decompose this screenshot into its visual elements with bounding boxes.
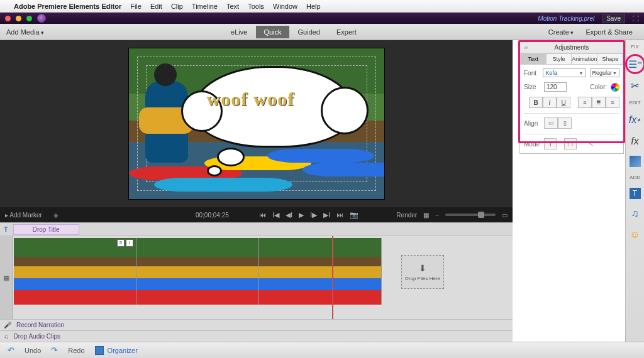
type-tool-icon[interactable]: T <box>544 138 557 149</box>
tab-animation[interactable]: Animation <box>572 53 597 65</box>
adjust-icon[interactable]: ☰⁼ <box>628 57 642 71</box>
app-name[interactable]: Adobe Premiere Elements Editor <box>14 3 121 10</box>
step-back-icon[interactable]: Ⅰ◀ <box>272 211 279 219</box>
timeline[interactable]: ▦ ≡i ⬇ Drop Files Here <box>0 236 513 319</box>
mode-quick[interactable]: Quick <box>256 26 289 38</box>
frame-back-icon[interactable]: ◀Ⅰ <box>286 211 292 219</box>
kayak-graphic <box>154 178 292 192</box>
drop-files-label: Drop Files Here <box>405 276 440 281</box>
font-value: Kefa <box>545 70 557 76</box>
drop-title-zone[interactable]: Drop Title <box>13 224 79 235</box>
clip-menu-icon[interactable]: ≡ <box>117 239 125 247</box>
fullscreen-icon[interactable]: ⛶ <box>633 15 639 22</box>
add-marker-button[interactable]: ▸ Add Marker <box>5 212 42 219</box>
selection-tool-icon[interactable]: ↖ <box>584 138 597 149</box>
font-select[interactable]: Kefa▼ <box>543 68 586 77</box>
snapshot-icon[interactable]: 📷 <box>350 211 358 219</box>
window-close-icon[interactable] <box>5 16 11 21</box>
tools-icon[interactable]: ✂ <box>628 79 642 92</box>
timecode[interactable]: 00;00;04;25 <box>196 212 229 219</box>
frame-fwd-icon[interactable]: Ⅰ▶ <box>310 211 317 219</box>
clip-info-icon[interactable]: i <box>126 239 133 247</box>
chevron-down-icon: ▼ <box>613 71 617 75</box>
title-track-icon: T <box>4 225 8 233</box>
create-button[interactable]: Create <box>543 26 579 38</box>
narration-track[interactable]: 🎤 Record Narration <box>0 319 513 330</box>
thought-bubble-tail <box>217 148 245 166</box>
tab-text[interactable]: Text <box>520 53 547 65</box>
collapse-icon[interactable]: ›› <box>524 44 528 51</box>
vertical-type-icon[interactable]: ↕T <box>564 138 577 149</box>
playhead[interactable] <box>332 236 333 319</box>
organizer-button[interactable]: Organizer <box>95 346 138 355</box>
transitions-icon[interactable]: fx <box>628 134 642 148</box>
color-swatch[interactable] <box>611 83 619 92</box>
titles-icon[interactable]: T <box>630 188 641 199</box>
download-icon: ⬇ <box>419 263 426 273</box>
align-vertical-icon[interactable]: ▯ <box>558 117 572 129</box>
menu-text[interactable]: Text <box>226 3 239 10</box>
marker-icon[interactable]: ◆ <box>53 212 58 219</box>
align-right-icon[interactable]: ≡ <box>606 97 619 108</box>
mode-expert[interactable]: Expert <box>329 26 364 38</box>
menu-file[interactable]: File <box>130 3 142 10</box>
quality-icon[interactable]: ▦ <box>423 212 429 219</box>
menu-tools[interactable]: Tools <box>248 3 264 10</box>
tab-shape[interactable]: Shape <box>597 53 623 65</box>
window-max-icon[interactable] <box>26 16 32 21</box>
bold-button[interactable]: B <box>529 97 543 108</box>
fit-icon[interactable]: ▭ <box>502 212 508 219</box>
video-preview[interactable]: woof woof <box>128 48 385 200</box>
rail-edit-label: EDIT <box>629 100 640 106</box>
align-horizontal-icon[interactable]: ▭ <box>544 117 558 129</box>
undo-icon[interactable]: ↶ <box>8 345 14 355</box>
menu-timeline[interactable]: Timeline <box>192 3 218 10</box>
export-share-button[interactable]: Export & Share <box>580 26 638 38</box>
render-button[interactable]: Render <box>396 212 417 219</box>
play-icon[interactable]: ▶ <box>299 211 304 219</box>
font-style-select[interactable]: Regular▼ <box>590 68 619 77</box>
drop-files-zone[interactable]: ⬇ Drop Files Here <box>401 255 444 289</box>
size-input[interactable]: 120 <box>544 82 567 92</box>
chevron-down-icon: ▼ <box>579 71 584 75</box>
audio-icon[interactable]: ♫ <box>628 207 642 220</box>
title-text[interactable]: woof woof <box>207 89 295 110</box>
playback-bar: ▸ Add Marker ◆ 00;00;04;25 ⏮ Ⅰ◀ ◀Ⅰ ▶ Ⅰ▶ … <box>0 207 513 222</box>
redo-button[interactable]: Redo <box>68 347 84 354</box>
timeline-clip[interactable]: ≡i <box>14 238 136 305</box>
underline-button[interactable]: U <box>557 97 570 108</box>
align-center-icon[interactable]: ≣ <box>592 97 606 108</box>
font-style-value: Regular <box>592 70 613 76</box>
goto-start-icon[interactable]: ⏮ <box>259 211 266 219</box>
mic-icon: 🎤 <box>4 322 11 328</box>
goto-end-icon[interactable]: ⏭ <box>336 211 343 219</box>
mode-guided[interactable]: Guided <box>291 26 328 38</box>
undo-button[interactable]: Undo <box>25 347 41 354</box>
menu-edit[interactable]: Edit <box>150 3 162 10</box>
save-button[interactable]: Save <box>602 14 625 23</box>
align-left-icon[interactable]: ≡ <box>578 97 592 108</box>
italic-button[interactable]: I <box>543 97 557 108</box>
effects-icon[interactable]: fx✦ <box>628 113 642 127</box>
redo-icon[interactable]: ↷ <box>51 345 58 355</box>
audio-track[interactable]: ♫ Drop Audio Clips <box>0 330 513 342</box>
tab-style[interactable]: Style <box>547 53 572 65</box>
zoom-slider[interactable] <box>445 214 496 216</box>
right-tool-rail: FIX ☰⁼ ✂ EDIT fx✦ fx ADD T ♫ ☺ <box>625 40 644 342</box>
color-icon[interactable] <box>630 156 641 167</box>
person-graphic <box>145 81 188 163</box>
menu-clip[interactable]: Clip <box>171 3 183 10</box>
step-fwd-icon[interactable]: ▶Ⅰ <box>323 211 330 219</box>
menu-window[interactable]: Window <box>273 3 297 10</box>
timeline-clip[interactable] <box>259 238 382 305</box>
window-min-icon[interactable] <box>16 16 21 21</box>
mode-elive[interactable]: eLive <box>223 26 255 38</box>
timeline-clip[interactable] <box>136 238 259 305</box>
main-toolbar: Add Media eLive Quick Guided Expert Crea… <box>0 24 644 40</box>
menu-help[interactable]: Help <box>306 3 321 10</box>
graphics-icon[interactable]: ☺ <box>628 228 642 242</box>
add-media-button[interactable]: Add Media <box>6 28 44 36</box>
project-filename: Motion Tracking.prel <box>538 15 594 22</box>
video-track-header[interactable]: ▦ <box>0 236 13 319</box>
zoom-out-icon[interactable]: − <box>435 212 439 219</box>
